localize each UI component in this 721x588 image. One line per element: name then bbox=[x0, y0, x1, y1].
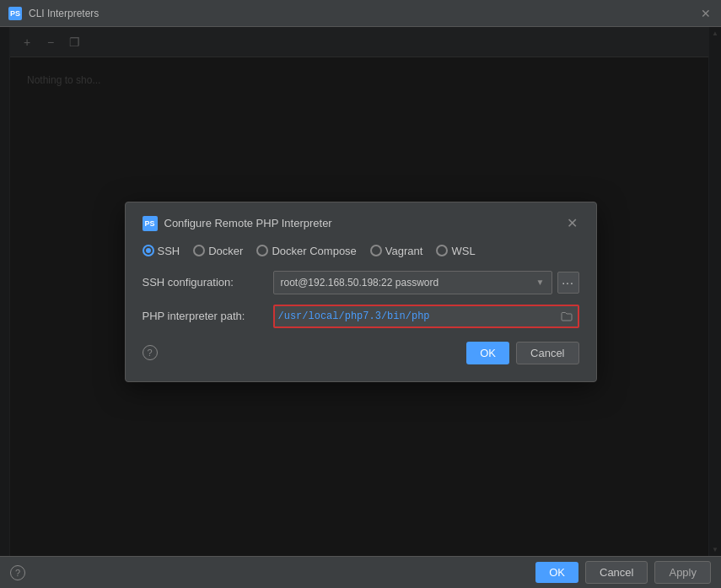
radio-ssh-label: SSH bbox=[158, 245, 180, 257]
configure-remote-dialog: PS Configure Remote PHP Interpreter ✕ SS… bbox=[125, 202, 597, 382]
php-interpreter-browse-icon[interactable] bbox=[559, 309, 574, 324]
modal-overlay: PS Configure Remote PHP Interpreter ✕ SS… bbox=[0, 27, 721, 556]
dialog-help-button[interactable]: ? bbox=[143, 345, 158, 360]
dialog-cancel-button[interactable]: Cancel bbox=[516, 342, 578, 364]
main-apply-button[interactable]: Apply bbox=[654, 561, 711, 584]
ssh-config-label: SSH configuration: bbox=[143, 276, 273, 289]
dialog-ok-button[interactable]: OK bbox=[466, 342, 509, 364]
app-icon: PS bbox=[8, 7, 22, 20]
radio-vagrant-input[interactable] bbox=[370, 245, 382, 256]
radio-vagrant[interactable]: Vagrant bbox=[370, 245, 423, 257]
radio-docker-compose[interactable]: Docker Compose bbox=[256, 245, 356, 257]
ssh-config-browse-button[interactable]: ··· bbox=[557, 272, 579, 294]
radio-docker[interactable]: Docker bbox=[193, 245, 243, 257]
dialog-title-bar: PS Configure Remote PHP Interpreter ✕ bbox=[143, 216, 579, 231]
ssh-config-row: SSH configuration: root@192.168.50.198:2… bbox=[143, 271, 579, 294]
ssh-config-select[interactable]: root@192.168.50.198:22 password ▼ bbox=[273, 271, 552, 294]
php-interpreter-input-wrapper bbox=[273, 305, 579, 328]
radio-ssh[interactable]: SSH bbox=[143, 245, 180, 257]
dialog-action-buttons: OK Cancel bbox=[466, 342, 578, 364]
dialog-app-icon: PS bbox=[143, 216, 158, 231]
php-interpreter-label: PHP interpreter path: bbox=[143, 310, 273, 322]
dialog-title: Configure Remote PHP Interpreter bbox=[164, 217, 566, 229]
main-cancel-button[interactable]: Cancel bbox=[585, 561, 648, 584]
radio-docker-compose-input[interactable] bbox=[256, 245, 268, 256]
main-window: PS CLI Interpreters ✕ + − ❐ Nothing to s… bbox=[0, 0, 721, 588]
radio-vagrant-label: Vagrant bbox=[385, 245, 423, 257]
main-ok-button[interactable]: OK bbox=[535, 562, 578, 583]
interpreter-type-radio-group: SSH Docker Docker Compose Vagrant bbox=[143, 245, 579, 257]
ssh-config-dropdown-arrow: ▼ bbox=[536, 278, 545, 287]
title-bar: PS CLI Interpreters ✕ bbox=[0, 0, 721, 27]
radio-wsl-label: WSL bbox=[451, 245, 475, 257]
main-help-button[interactable]: ? bbox=[10, 565, 25, 580]
php-interpreter-control bbox=[273, 305, 579, 328]
radio-docker-label: Docker bbox=[208, 245, 243, 257]
php-interpreter-row: PHP interpreter path: bbox=[143, 305, 579, 328]
window-close-button[interactable]: ✕ bbox=[699, 7, 713, 20]
php-interpreter-input[interactable] bbox=[278, 310, 559, 322]
radio-docker-input[interactable] bbox=[193, 245, 205, 256]
content-area: + − ❐ Nothing to sho... ▲ ▼ PS Configure bbox=[0, 27, 721, 556]
bottom-bar: ? OK Cancel Apply bbox=[0, 556, 721, 588]
radio-wsl-input[interactable] bbox=[436, 245, 448, 256]
window-title: CLI Interpreters bbox=[29, 8, 699, 19]
radio-docker-compose-label: Docker Compose bbox=[272, 245, 356, 257]
radio-ssh-input[interactable] bbox=[143, 245, 154, 256]
ssh-config-value: root@192.168.50.198:22 password bbox=[281, 277, 439, 289]
bottom-left: ? bbox=[10, 565, 529, 580]
ssh-config-control: root@192.168.50.198:22 password ▼ ··· bbox=[273, 271, 579, 294]
radio-wsl[interactable]: WSL bbox=[436, 245, 475, 257]
dialog-close-button[interactable]: ✕ bbox=[566, 217, 579, 230]
dialog-bottom: ? OK Cancel bbox=[143, 342, 579, 364]
